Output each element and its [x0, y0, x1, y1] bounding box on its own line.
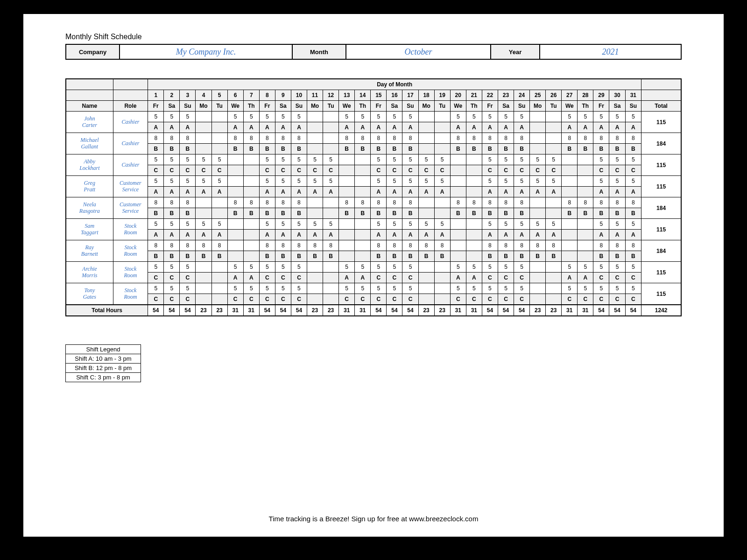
table-row: BBBBBBBBBBBBBBBBBBBBBBB: [66, 144, 681, 154]
employee-role: Cashier: [113, 133, 148, 154]
employee-name: RayBarnett: [66, 240, 113, 262]
footer-text: Time tracking is a Breeze! Sign up for f…: [23, 515, 724, 523]
table-row: BBBBBBBBBBBBBBBBBBBBBBB: [66, 208, 681, 219]
grand-total: 1242: [641, 305, 681, 316]
employee-total: 115: [641, 112, 681, 133]
employee-name: ArchieMorris: [66, 262, 113, 283]
value-company: My Company Inc.: [120, 45, 293, 59]
legend-row: Shift C: 3 pm - 8 pm: [66, 373, 141, 382]
total-header: Total: [641, 101, 681, 112]
employee-total: 115: [641, 176, 681, 197]
table-row: NeelaRasgotraCustomerService888888888888…: [66, 197, 681, 208]
document-title: Monthly Shift Schedule: [65, 33, 682, 41]
employee-role: StockRoom: [113, 240, 148, 262]
employee-total: 184: [641, 197, 681, 219]
employee-name: TonyGates: [66, 283, 113, 305]
table-row: MichaelGallantCashier8888888888888888888…: [66, 133, 681, 144]
employee-role: Cashier: [113, 112, 148, 133]
table-row: CCCAACCCAACCCAACCCAACCC: [66, 273, 681, 283]
table-row: TonyGatesStockRoom5555555555555555555555…: [66, 283, 681, 294]
employee-total: 115: [641, 154, 681, 176]
value-year: 2021: [540, 45, 681, 59]
employee-name: AbbyLockhart: [66, 154, 113, 176]
label-year: Year: [491, 45, 540, 59]
employee-total: 184: [641, 240, 681, 262]
value-month: October: [346, 45, 491, 59]
label-company: Company: [66, 45, 120, 59]
label-month: Month: [293, 45, 346, 59]
legend-title: Shift Legend: [66, 345, 141, 354]
table-row: AAAAAAAAAAAAAAAAAAAAAAA: [66, 122, 681, 133]
table-row: AbbyLockhartCashier555555555555555555555…: [66, 154, 681, 165]
role-header: Role: [113, 101, 148, 112]
table-row: SamTaggartStockRoom555555555555555555555…: [66, 219, 681, 230]
employee-role: StockRoom: [113, 283, 148, 305]
employee-role: CustomerService: [113, 197, 148, 219]
employee-name: MichaelGallant: [66, 133, 113, 154]
table-row: JohnCarterCashier55555555555555555555555…: [66, 112, 681, 122]
employee-total: 115: [641, 262, 681, 283]
employee-role: StockRoom: [113, 262, 148, 283]
table-row: ArchieMorrisStockRoom5555555555555555555…: [66, 262, 681, 273]
table-row: BBBBBBBBBBBBBBBBBBBBBBB: [66, 251, 681, 262]
total-hours-label: Total Hours: [66, 305, 148, 316]
legend-row: Shift B: 12 pm - 8 pm: [66, 364, 141, 373]
day-of-month-header: Day of Month: [148, 79, 641, 90]
employee-role: CustomerService: [113, 176, 148, 197]
employee-role: StockRoom: [113, 219, 148, 240]
name-header: Name: [66, 101, 113, 112]
employee-name: JohnCarter: [66, 112, 113, 133]
employee-total: 115: [641, 283, 681, 305]
table-row: CCCCCCCCCCCCCCCCCCCCCCC: [66, 294, 681, 305]
info-strip: Company My Company Inc. Month October Ye…: [65, 44, 682, 60]
employee-total: 115: [641, 219, 681, 240]
employee-name: SamTaggart: [66, 219, 113, 240]
schedule-table: Day of Month1234567891011121314151617181…: [65, 78, 682, 316]
table-row: GregPrattCustomerService5555555555555555…: [66, 176, 681, 187]
table-row: RayBarnettStockRoom888888888888888888888…: [66, 240, 681, 251]
legend-row: Shift A: 10 am - 3 pm: [66, 354, 141, 364]
employee-total: 184: [641, 133, 681, 154]
shift-legend: Shift Legend Shift A: 10 am - 3 pm Shift…: [65, 344, 141, 382]
table-row: AAAAAAAAAAAAAAAAAAAAAAA: [66, 230, 681, 240]
table-row: AAAAAAAAAAAAAAAAAAAAAAA: [66, 187, 681, 197]
page-sheet: Monthly Shift Schedule Company My Compan…: [23, 14, 724, 537]
table-row: CCCCCCCCCCCCCCCCCCCCCCC: [66, 165, 681, 176]
employee-role: Cashier: [113, 154, 148, 176]
employee-name: GregPratt: [66, 176, 113, 197]
employee-name: NeelaRasgotra: [66, 197, 113, 219]
